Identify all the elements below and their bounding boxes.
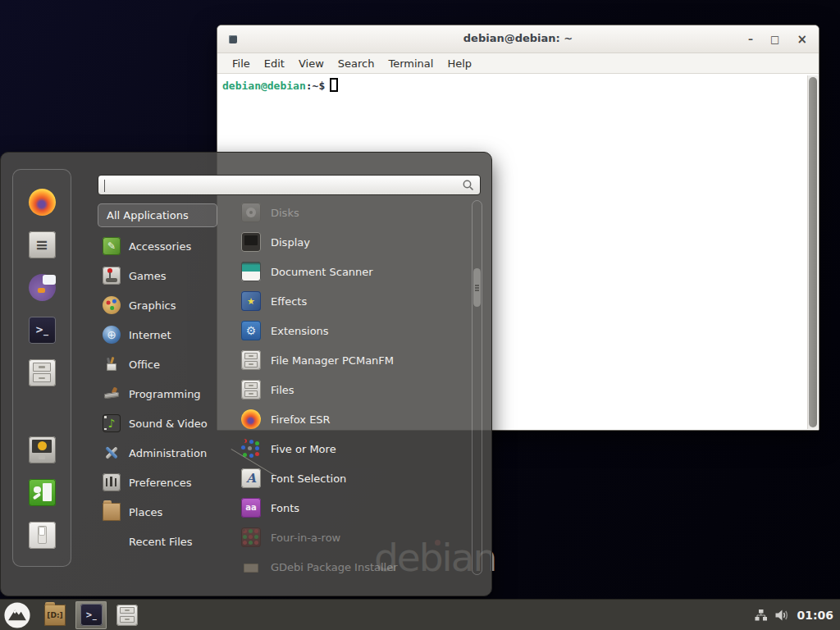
terminal-cursor <box>330 78 338 92</box>
control-center-icon: ≡ <box>29 231 56 258</box>
taskbar-file-manager-d[interactable]: [D:] <box>39 601 71 629</box>
category-recent-files[interactable]: Recent Files <box>98 527 217 556</box>
category-places[interactable]: Places <box>98 497 217 527</box>
favorite-log-out[interactable] <box>25 478 58 506</box>
window-title: debian@debian: ~ <box>217 32 819 44</box>
administration-icon <box>103 444 121 462</box>
favorite-firefox[interactable] <box>25 188 58 216</box>
app-files[interactable]: Files <box>218 375 464 404</box>
gdebi-icon <box>241 557 261 577</box>
prompt-path: :~$ <box>306 80 325 92</box>
terminal-menu-view[interactable]: View <box>299 57 324 70</box>
taskbar-files[interactable] <box>112 601 143 629</box>
app-effects[interactable]: ★Effects <box>218 286 464 316</box>
category-games[interactable]: Games <box>98 261 217 290</box>
scrollbar-thumb[interactable] <box>809 77 817 427</box>
volume-icon[interactable] <box>774 609 790 622</box>
logout-icon <box>29 479 56 506</box>
taskbar-folder-icon: [D:] <box>44 605 66 626</box>
app-gdebi-package-installer[interactable]: GDebi Package Installer <box>218 552 464 577</box>
favorite-shut-down[interactable] <box>25 521 58 549</box>
category-sound-video[interactable]: ♪Sound & Video <box>98 409 217 438</box>
minimize-button[interactable]: – <box>748 34 753 44</box>
category-label: Recent Files <box>129 536 193 548</box>
favorite-file-manager[interactable] <box>25 358 58 386</box>
category-label: Internet <box>129 329 171 341</box>
favorite-pidgin[interactable] <box>25 273 58 301</box>
document-scanner-icon <box>241 262 261 281</box>
menu-logo-icon <box>3 601 31 629</box>
favorites-panel: ≡>_ <box>12 169 71 567</box>
app-display[interactable]: Display <box>218 227 464 257</box>
cabinet-icon <box>116 605 138 626</box>
menu-button[interactable] <box>0 601 34 629</box>
terminal-menu-help[interactable]: Help <box>447 57 472 70</box>
system-tray: 01:06 <box>754 609 840 622</box>
category-list: All Applications✎AccessoriesGamesGraphic… <box>98 203 217 556</box>
app-label: Font Selection <box>271 472 346 485</box>
category-label: Places <box>129 506 162 518</box>
places-icon <box>103 503 121 521</box>
app-firefox-esr[interactable]: Firefox ESR <box>218 404 464 434</box>
terminal-icon: >_ <box>29 317 56 344</box>
app-label: Disks <box>271 207 299 219</box>
app-label: File Manager PCManFM <box>271 354 394 367</box>
favorite-lock-screen[interactable] <box>25 436 58 463</box>
application-list: DisksDisplayDocument Scanner★Effects⚙Ext… <box>218 198 464 577</box>
lock-screen-icon <box>29 436 56 463</box>
effects-icon: ★ <box>241 291 261 311</box>
terminal-icon: >_ <box>80 604 103 626</box>
app-file-manager-pcmanfm[interactable]: File Manager PCManFM <box>218 345 464 375</box>
clock[interactable]: 01:06 <box>797 609 833 622</box>
network-icon[interactable] <box>754 609 768 622</box>
app-disks[interactable]: Disks <box>218 198 464 227</box>
cabinet-icon <box>241 350 261 370</box>
category-accessories[interactable]: ✎Accessories <box>98 231 217 261</box>
graphics-icon <box>103 296 121 314</box>
terminal-menu-edit[interactable]: Edit <box>264 57 285 70</box>
text-caret <box>104 180 105 192</box>
category-office[interactable]: Office <box>98 349 217 379</box>
terminal-menu-search[interactable]: Search <box>338 57 375 70</box>
taskbar-terminal[interactable]: >_ <box>75 601 107 629</box>
app-label: Document Scanner <box>271 266 373 278</box>
app-document-scanner[interactable]: Document Scanner <box>218 257 464 286</box>
category-label: Graphics <box>129 299 176 312</box>
category-administration[interactable]: Administration <box>98 438 217 468</box>
search-input[interactable] <box>98 175 481 195</box>
terminal-scrollbar[interactable] <box>807 75 818 429</box>
app-label: Five or More <box>271 443 336 455</box>
app-extensions[interactable]: ⚙Extensions <box>218 316 464 345</box>
programming-icon <box>103 385 121 403</box>
category-all-applications[interactable]: All Applications <box>98 203 217 227</box>
pidgin-icon <box>29 274 56 301</box>
terminal-menu-file[interactable]: File <box>232 57 250 70</box>
app-font-selection[interactable]: AFont Selection <box>218 463 464 493</box>
terminal-menubar: FileEditViewSearchTerminalHelp <box>217 53 819 74</box>
app-four-in-a-row[interactable]: Four-in-a-row <box>218 523 464 552</box>
category-programming[interactable]: Programming <box>98 379 217 409</box>
font-selection-icon: A <box>241 468 261 488</box>
app-five-or-more[interactable]: Five or More <box>218 434 464 463</box>
category-preferences[interactable]: Preferences <box>98 468 217 497</box>
menu-scrollbar-thumb[interactable] <box>473 268 481 307</box>
favorite-control-center[interactable]: ≡ <box>25 231 58 258</box>
display-icon <box>241 232 261 252</box>
favorite-terminal[interactable]: >_ <box>25 316 58 344</box>
terminal-titlebar[interactable]: debian@debian: ~ – □ × <box>217 25 819 53</box>
fonts-icon: aa <box>241 498 261 518</box>
window-controls: – □ × <box>748 25 807 53</box>
category-internet[interactable]: ⊕Internet <box>98 320 217 349</box>
taskbar: [D:]>_ 01:06 <box>0 599 840 630</box>
category-label: Administration <box>129 447 207 459</box>
category-label: Office <box>129 358 160 371</box>
prompt-user: debian@debian <box>222 80 306 92</box>
category-graphics[interactable]: Graphics <box>98 290 217 320</box>
app-label: Four-in-a-row <box>271 532 340 544</box>
terminal-menu-terminal[interactable]: Terminal <box>388 57 433 70</box>
menu-scrollbar[interactable] <box>472 200 482 575</box>
firefox-icon <box>241 409 261 429</box>
maximize-button[interactable]: □ <box>770 34 779 44</box>
app-fonts[interactable]: aaFonts <box>218 493 464 523</box>
close-button[interactable]: × <box>797 34 807 46</box>
